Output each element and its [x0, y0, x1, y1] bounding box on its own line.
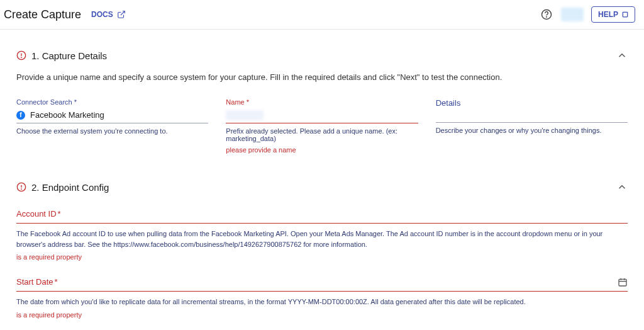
help-circle-button[interactable]	[540, 8, 553, 21]
page-title: Create Capture	[4, 8, 81, 21]
svg-rect-10	[619, 279, 626, 286]
help-circle-icon	[541, 9, 552, 20]
connector-value: Facebook Marketing	[30, 110, 104, 120]
name-helper: Prefix already selected. Please add a un…	[226, 127, 418, 142]
section-1-title-wrap: 1. Capture Details	[16, 50, 107, 61]
account-id-error: is a required property	[16, 253, 628, 261]
account-id-input[interactable]	[16, 220, 628, 224]
account-id-field: Account ID* The Facebook Ad account ID t…	[16, 209, 628, 261]
capture-details-fields: Connector Search * f Facebook Marketing …	[16, 98, 628, 154]
start-date-error: is a required property	[16, 311, 628, 319]
alert-icon	[16, 182, 26, 192]
section-2: 2. Endpoint Config Account ID* The Faceb…	[16, 181, 628, 330]
name-field: Name * Prefix already selected. Please a…	[226, 98, 418, 154]
docs-label: DOCS	[91, 10, 113, 19]
app-header: Create Capture DOCS HELP	[0, 0, 644, 30]
chevron-up-icon[interactable]	[616, 181, 628, 193]
section-1-header[interactable]: 1. Capture Details	[16, 50, 628, 61]
details-field: Details Describe your changes or why you…	[436, 98, 628, 154]
section-2-header[interactable]: 2. Endpoint Config	[16, 181, 628, 193]
connector-label: Connector Search *	[16, 98, 208, 106]
facebook-icon: f	[16, 111, 25, 120]
start-date-label: Start Date*	[16, 277, 628, 287]
details-input[interactable]	[436, 109, 628, 123]
svg-point-9	[21, 189, 22, 190]
connector-field: Connector Search * f Facebook Marketing …	[16, 98, 208, 154]
start-date-helper: The date from which you'd like to replic…	[16, 297, 628, 307]
header-left: Create Capture DOCS	[4, 8, 126, 21]
account-id-helper: The Facebook Ad account ID to use when p…	[16, 229, 628, 249]
section-2-title-wrap: 2. Endpoint Config	[16, 182, 109, 193]
section-1-title: 1. Capture Details	[31, 50, 107, 61]
required-asterisk: *	[55, 277, 58, 287]
chevron-up-icon[interactable]	[616, 50, 628, 61]
header-right: HELP	[540, 6, 635, 23]
help-square-icon	[622, 11, 628, 18]
details-helper: Describe your changes or why you're chan…	[436, 127, 628, 134]
start-date-label-text: Start Date	[16, 277, 53, 287]
user-chip[interactable]	[561, 8, 584, 21]
name-value-redacted	[226, 110, 264, 120]
docs-link[interactable]: DOCS	[91, 10, 126, 19]
help-button[interactable]: HELP	[591, 6, 635, 23]
details-label: Details	[436, 98, 628, 108]
connector-input[interactable]: f Facebook Marketing	[16, 110, 208, 123]
calendar-icon[interactable]	[618, 277, 628, 287]
account-id-label-text: Account ID	[16, 209, 57, 219]
alert-icon	[16, 50, 26, 60]
main-content: 1. Capture Details Provide a unique name…	[0, 30, 644, 330]
account-id-label: Account ID*	[16, 209, 628, 219]
svg-rect-3	[623, 12, 628, 17]
section-2-title: 2. Endpoint Config	[31, 182, 109, 193]
name-error: please provide a name	[226, 146, 418, 154]
start-date-field: Start Date* The date from which you'd li…	[16, 277, 628, 319]
start-date-input[interactable]	[16, 288, 628, 292]
help-button-label: HELP	[598, 10, 618, 19]
svg-point-6	[21, 57, 22, 58]
required-asterisk: *	[58, 209, 61, 219]
svg-point-2	[547, 16, 547, 17]
svg-line-0	[121, 11, 125, 15]
connector-helper: Choose the external system you're connec…	[16, 127, 208, 135]
external-link-icon	[117, 10, 126, 19]
section-1-description: Provide a unique name and specify a sour…	[16, 72, 628, 82]
name-label: Name *	[226, 98, 418, 106]
name-input[interactable]	[226, 110, 418, 123]
